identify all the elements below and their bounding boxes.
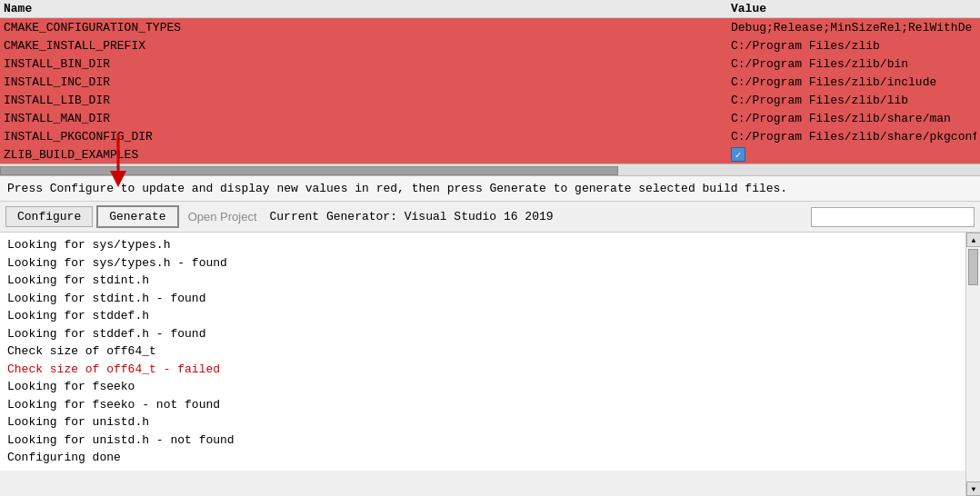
log-line: Looking for fseeko bbox=[7, 378, 958, 396]
generate-button[interactable]: Generate bbox=[96, 205, 178, 228]
row-name: CMAKE_INSTALL_PREFIX bbox=[4, 39, 731, 53]
log-line: Looking for sys/types.h bbox=[7, 236, 958, 254]
row-value bbox=[731, 147, 976, 162]
row-value: C:/Program Files/zlib bbox=[731, 39, 976, 53]
log-line: Looking for sys/types.h - found bbox=[7, 254, 958, 273]
log-line: Looking for unistd.h bbox=[7, 413, 958, 432]
log-line: Looking for unistd.h - not found bbox=[7, 432, 958, 450]
log-wrapper: Looking for sys/types.hLooking for sys/t… bbox=[0, 233, 980, 496]
table-row[interactable]: CMAKE_INSTALL_PREFIXC:/Program Files/zli… bbox=[0, 36, 980, 55]
row-value: C:/Program Files/zlib/bin bbox=[731, 57, 976, 71]
row-name: INSTALL_LIB_DIR bbox=[4, 94, 731, 107]
search-input[interactable] bbox=[811, 207, 975, 227]
log-line: Looking for fseeko - not found bbox=[7, 396, 958, 414]
value-column-header: Value bbox=[731, 2, 976, 15]
log-scrollbar[interactable]: ▲ ▼ bbox=[965, 233, 980, 496]
row-name: INSTALL_INC_DIR bbox=[4, 75, 731, 89]
scroll-up-button[interactable]: ▲ bbox=[966, 233, 980, 247]
log-line: Configuring done bbox=[7, 449, 958, 467]
log-scrollbar-thumb[interactable] bbox=[968, 249, 978, 285]
log-content: Looking for sys/types.hLooking for sys/t… bbox=[0, 233, 965, 496]
log-line: Looking for stdint.h bbox=[7, 272, 958, 290]
log-area: Looking for sys/types.hLooking for sys/t… bbox=[0, 233, 965, 471]
bottom-section: Looking for sys/types.hLooking for sys/t… bbox=[0, 233, 980, 496]
log-line: Looking for stddef.h - found bbox=[7, 325, 958, 343]
main-layout: Name Value CMAKE_CONFIGURATION_TYPESDebu… bbox=[0, 0, 980, 496]
table-header: Name Value bbox=[0, 0, 980, 18]
log-line: Looking for stdint.h - found bbox=[7, 290, 958, 308]
table-row[interactable]: INSTALL_LIB_DIRC:/Program Files/zlib/lib bbox=[0, 91, 980, 109]
log-line: Looking for stddef.h bbox=[7, 307, 958, 325]
name-column-header: Name bbox=[4, 2, 731, 15]
open-project-button[interactable]: Open Project bbox=[183, 207, 263, 226]
checkbox[interactable] bbox=[731, 147, 745, 162]
red-arrow bbox=[91, 129, 164, 202]
button-bar: Configure Generate Open Project Current … bbox=[0, 202, 980, 233]
row-value: C:/Program Files/zlib/lib bbox=[731, 94, 976, 107]
table-row[interactable]: INSTALL_BIN_DIRC:/Program Files/zlib/bin bbox=[0, 55, 980, 73]
row-value: C:/Program Files/zlib/share/man bbox=[731, 112, 976, 125]
row-value: Debug;Release;MinSizeRel;RelWithDe bbox=[731, 21, 976, 35]
scroll-down-button[interactable]: ▼ bbox=[966, 481, 980, 496]
table-row[interactable]: INSTALL_MAN_DIRC:/Program Files/zlib/sha… bbox=[0, 109, 980, 127]
table-row[interactable]: CMAKE_CONFIGURATION_TYPESDebug;Release;M… bbox=[0, 18, 980, 36]
log-line: Check size of off64_t - failed bbox=[7, 361, 958, 379]
row-name: INSTALL_BIN_DIR bbox=[4, 57, 731, 71]
row-value: C:/Program Files/zlib/share/pkgconfig bbox=[731, 130, 976, 144]
table-row[interactable]: INSTALL_INC_DIRC:/Program Files/zlib/inc… bbox=[0, 73, 980, 91]
generator-label: Current Generator: Visual Studio 16 2019 bbox=[270, 210, 554, 223]
row-value: C:/Program Files/zlib/include bbox=[731, 75, 976, 89]
row-name: INSTALL_MAN_DIR bbox=[4, 112, 731, 125]
row-name: CMAKE_CONFIGURATION_TYPES bbox=[4, 21, 731, 35]
log-line: Check size of off64_t bbox=[7, 342, 958, 361]
configure-button[interactable]: Configure bbox=[5, 206, 93, 227]
